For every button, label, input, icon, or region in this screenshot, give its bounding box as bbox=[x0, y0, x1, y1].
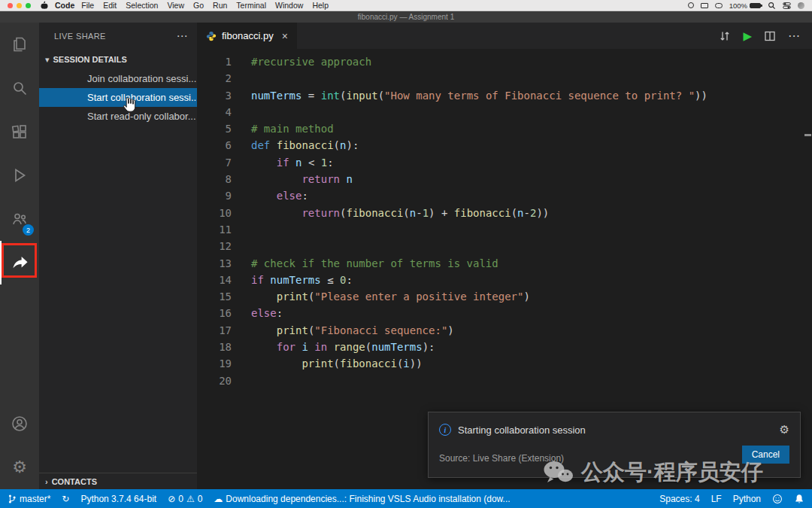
spaces-indicator[interactable]: Spaces: 4 bbox=[659, 494, 699, 504]
menu-edit[interactable]: Edit bbox=[103, 1, 117, 10]
extensions-icon[interactable] bbox=[0, 110, 39, 154]
code-line[interactable]: 5# main method bbox=[197, 120, 812, 137]
code-text: return n bbox=[232, 171, 353, 187]
code-text: numTerms = int(input("How many terms of … bbox=[232, 87, 707, 104]
more-actions-icon[interactable]: ⋯ bbox=[788, 29, 800, 43]
python-interpreter-indicator[interactable]: Python 3.7.4 64-bit bbox=[80, 494, 156, 504]
close-window-button[interactable] bbox=[8, 3, 13, 8]
notification-settings-gear-icon[interactable]: ⚙ bbox=[780, 423, 789, 437]
tab-close-icon[interactable]: × bbox=[282, 30, 288, 42]
code-line[interactable]: 14if numTerms ≤ 0: bbox=[197, 272, 812, 288]
menubar-status-icon[interactable] bbox=[715, 3, 723, 8]
code-line[interactable]: 16else: bbox=[197, 305, 812, 321]
python-file-icon bbox=[206, 31, 217, 41]
menu-selection[interactable]: Selection bbox=[126, 1, 158, 10]
apple-menu-icon[interactable] bbox=[41, 1, 48, 10]
menu-help[interactable]: Help bbox=[312, 1, 329, 10]
session-list-item[interactable]: Start collaboration sessi... bbox=[39, 88, 197, 107]
menu-app-name[interactable]: Code bbox=[55, 1, 74, 10]
live-share-icon[interactable] bbox=[0, 241, 39, 284]
tab-fibonacci-py[interactable]: fibonacci.py × bbox=[197, 23, 297, 49]
live-share-contacts-icon[interactable]: 2 bbox=[0, 197, 39, 241]
sync-icon[interactable]: ↻ bbox=[62, 494, 69, 503]
line-number: 12 bbox=[197, 238, 232, 254]
background-task-message: Downloading dependencies...: Finishing V… bbox=[226, 494, 510, 504]
split-editor-icon[interactable] bbox=[764, 30, 776, 42]
contacts-section-header[interactable]: › CONTACTS bbox=[39, 473, 197, 489]
explorer-icon[interactable] bbox=[0, 23, 39, 66]
window-title: fibonacci.py — Assignment 1 bbox=[358, 13, 454, 21]
sidebar-header: LIVE SHARE ⋯ bbox=[39, 23, 197, 50]
line-number: 1 bbox=[197, 53, 232, 70]
error-count: 0 bbox=[178, 494, 183, 504]
background-task-indicator[interactable]: ☁ Downloading dependencies...: Finishing… bbox=[214, 494, 510, 504]
tab-label: fibonacci.py bbox=[222, 30, 274, 41]
line-number: 7 bbox=[197, 154, 232, 171]
code-line[interactable]: 12 bbox=[197, 238, 812, 254]
code-line[interactable]: 6def fibonacci(n): bbox=[197, 137, 812, 154]
menu-go[interactable]: Go bbox=[193, 1, 204, 10]
menu-terminal[interactable]: Terminal bbox=[236, 1, 266, 10]
line-number: 9 bbox=[197, 187, 232, 204]
language-indicator[interactable]: Python bbox=[733, 494, 761, 504]
code-line[interactable]: 15 print("Please enter a positive intege… bbox=[197, 288, 812, 305]
search-icon[interactable] bbox=[0, 66, 39, 110]
line-number: 11 bbox=[197, 221, 232, 238]
menu-view[interactable]: View bbox=[167, 1, 184, 10]
code-line[interactable]: 9 else: bbox=[197, 187, 812, 204]
info-icon: i bbox=[439, 424, 451, 436]
code-text: def fibonacci(n): bbox=[232, 137, 359, 154]
menu-file[interactable]: File bbox=[81, 1, 94, 10]
live-share-sidebar: LIVE SHARE ⋯ ▾ SESSION DETAILS Join coll… bbox=[39, 23, 197, 489]
code-line[interactable]: 4 bbox=[197, 104, 812, 120]
menu-window[interactable]: Window bbox=[275, 1, 303, 10]
code-line[interactable]: 2 bbox=[197, 70, 812, 87]
run-debug-icon[interactable] bbox=[0, 154, 39, 197]
code-line[interactable]: 7 if n < 1: bbox=[197, 154, 812, 171]
line-number: 10 bbox=[197, 205, 232, 221]
account-icon[interactable] bbox=[0, 402, 39, 446]
code-line[interactable]: 3numTerms = int(input("How many terms of… bbox=[197, 87, 812, 104]
zoom-window-button[interactable] bbox=[26, 3, 31, 8]
feedback-smiley-icon[interactable] bbox=[772, 494, 783, 504]
code-line[interactable]: 19 print(fibonacci(i)) bbox=[197, 355, 812, 372]
session-list-item[interactable]: Join collaboration sessi... bbox=[39, 69, 197, 88]
code-line[interactable]: 13# check if the number of terms is vali… bbox=[197, 255, 812, 272]
code-text: else: bbox=[232, 305, 283, 321]
code-text: if numTerms ≤ 0: bbox=[232, 272, 353, 288]
eol-indicator[interactable]: LF bbox=[711, 494, 722, 504]
code-line[interactable]: 11 bbox=[197, 221, 812, 238]
control-center-icon[interactable] bbox=[783, 2, 791, 10]
line-number: 2 bbox=[197, 70, 232, 87]
code-line[interactable]: 17 print("Fibonacci sequence:") bbox=[197, 322, 812, 339]
session-details-section-header[interactable]: ▾ SESSION DETAILS bbox=[39, 50, 197, 69]
notifications-bell-icon[interactable] bbox=[794, 494, 804, 504]
line-number: 14 bbox=[197, 272, 232, 288]
session-list-item[interactable]: Start read-only collabor... bbox=[39, 107, 197, 126]
code-line[interactable]: 1#recursive approach bbox=[197, 53, 812, 70]
run-python-file-icon[interactable]: ▶ bbox=[743, 30, 752, 41]
display-icon[interactable] bbox=[701, 3, 708, 8]
contacts-label: CONTACTS bbox=[52, 477, 97, 486]
menubar-status-icon[interactable] bbox=[688, 2, 694, 8]
minimize-window-button[interactable] bbox=[17, 3, 22, 8]
git-branch-indicator[interactable]: master* bbox=[8, 494, 50, 504]
code-line[interactable]: 20 bbox=[197, 373, 812, 389]
menu-run[interactable]: Run bbox=[213, 1, 227, 10]
git-branch-label: master* bbox=[20, 494, 50, 504]
scrollbar-decoration[interactable] bbox=[804, 134, 811, 136]
status-bar: master* ↻ Python 3.7.4 64-bit ⊘ 0 ⚠ 0 ☁ … bbox=[0, 489, 812, 508]
code-line[interactable]: 8 return n bbox=[197, 171, 812, 187]
problems-indicator[interactable]: ⊘ 0 ⚠ 0 bbox=[168, 494, 202, 504]
siri-icon[interactable] bbox=[798, 2, 804, 9]
code-text: #recursive approach bbox=[232, 53, 371, 70]
settings-gear-icon[interactable]: ⚙ bbox=[0, 446, 39, 489]
sidebar-more-actions-icon[interactable]: ⋯ bbox=[177, 29, 188, 43]
compare-changes-icon[interactable] bbox=[719, 30, 731, 42]
cancel-button[interactable]: Cancel bbox=[742, 446, 789, 464]
code-line[interactable]: 18 for i in range(numTerms): bbox=[197, 339, 812, 355]
code-line[interactable]: 10 return(fibonacci(n-1) + fibonacci(n-2… bbox=[197, 205, 812, 221]
code-text bbox=[232, 238, 251, 254]
battery-indicator[interactable]: 100% bbox=[729, 2, 761, 10]
spotlight-search-icon[interactable] bbox=[768, 2, 776, 10]
